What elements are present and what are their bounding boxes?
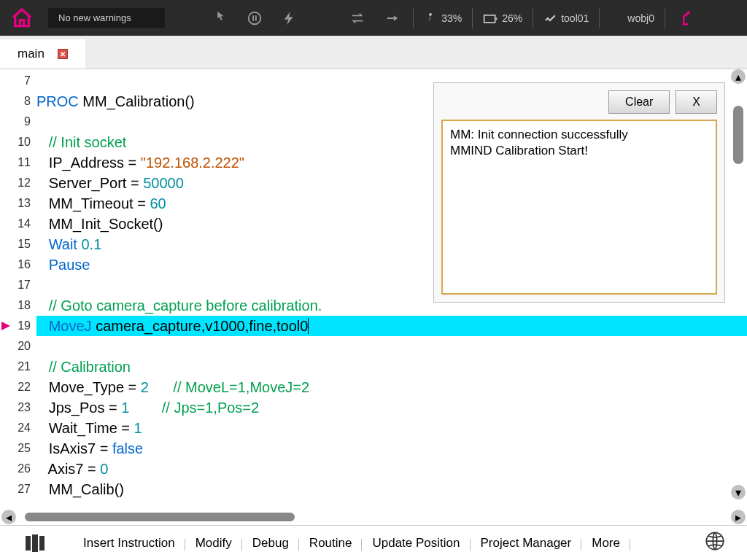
flash-icon[interactable] — [272, 0, 307, 36]
load-display[interactable]: 26% — [476, 12, 530, 24]
code-editor[interactable]: 789101112131415161718192021222324252627 … — [0, 69, 747, 499]
globe-icon[interactable] — [705, 531, 725, 555]
line-gutter: 789101112131415161718192021222324252627 — [0, 69, 36, 499]
bb-insert-instruction[interactable]: Insert Instruction — [73, 536, 185, 551]
output-panel: Clear X MM: Init connection successfully… — [433, 82, 725, 303]
speed-display[interactable]: 33% — [417, 12, 469, 25]
scroll-right-icon[interactable]: ▸ — [731, 510, 746, 524]
warnings-display[interactable]: No new warnings — [48, 8, 165, 28]
svg-point-3 — [687, 11, 690, 14]
svg-rect-6 — [39, 536, 44, 551]
bb-more[interactable]: More — [581, 536, 630, 551]
svg-rect-4 — [26, 536, 31, 551]
bb-project-manager[interactable]: Project Manager — [471, 536, 582, 551]
bb-update-position[interactable]: Update Position — [362, 536, 470, 551]
svg-point-0 — [249, 12, 261, 24]
step-icon[interactable] — [375, 0, 410, 36]
pointer-icon[interactable] — [202, 0, 237, 36]
panels-icon[interactable] — [0, 534, 73, 552]
scroll-up-icon[interactable]: ▴ — [731, 69, 746, 84]
bb-debug[interactable]: Debug — [242, 536, 299, 551]
svg-rect-2 — [484, 15, 495, 22]
pause-icon[interactable] — [237, 0, 272, 36]
tab-label: main — [18, 47, 44, 61]
top-toolbar: No new warnings 33% 26% tool01 wobj0 — [0, 0, 747, 36]
svg-rect-5 — [32, 534, 38, 552]
home-button[interactable] — [0, 0, 44, 36]
horizontal-scrollbar[interactable]: ◂ ▸ — [0, 509, 747, 525]
scroll-thumb[interactable] — [733, 106, 743, 164]
scroll-down-icon[interactable]: ▾ — [731, 485, 746, 499]
tab-main[interactable]: main ✕ — [0, 39, 85, 69]
close-output-button[interactable]: X — [676, 90, 717, 114]
robot-arm-icon[interactable] — [668, 0, 703, 36]
scroll-left-icon[interactable]: ◂ — [1, 510, 16, 524]
tab-close-button[interactable]: ✕ — [58, 49, 68, 59]
wobj-display[interactable]: wobj0 — [603, 12, 662, 25]
loop-icon[interactable] — [340, 0, 375, 36]
tool-display[interactable]: tool01 — [536, 12, 596, 25]
svg-point-1 — [429, 12, 432, 15]
vertical-scrollbar[interactable]: ▴ ▾ — [731, 69, 746, 499]
output-log: MM: Init connection successfullyMMIND Ca… — [441, 120, 717, 295]
hscroll-thumb[interactable] — [25, 513, 295, 521]
clear-button[interactable]: Clear — [608, 90, 670, 114]
bb-routine[interactable]: Routine — [299, 536, 363, 551]
bottom-toolbar: Insert InstructionModifyDebugRoutineUpda… — [0, 525, 747, 560]
bb-modify[interactable]: Modify — [185, 536, 242, 551]
tab-bar: main ✕ — [0, 36, 747, 69]
